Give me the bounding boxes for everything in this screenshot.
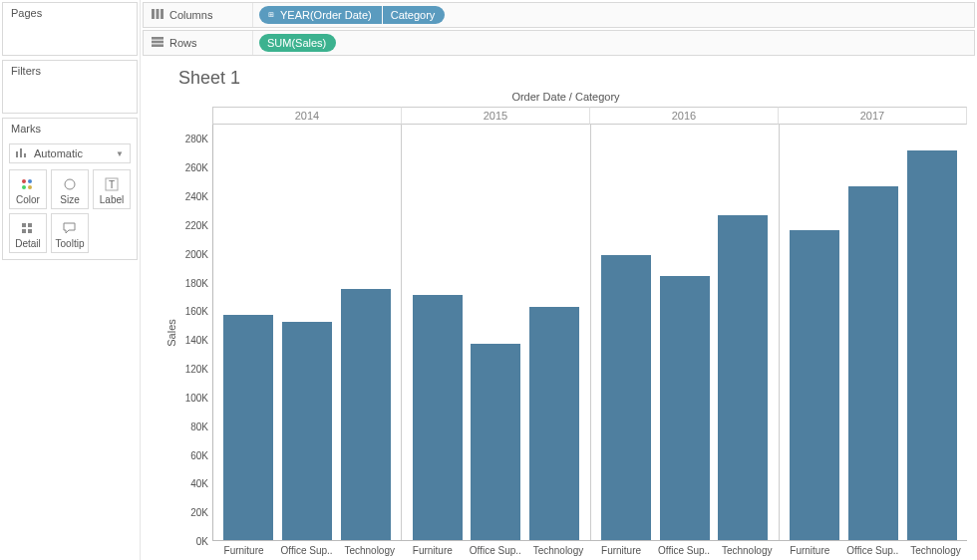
svg-rect-17	[152, 37, 163, 40]
size-circle-icon	[62, 176, 78, 192]
y-tick-label: 120K	[185, 364, 208, 375]
sum-sales-pill[interactable]: SUM(Sales)	[259, 34, 336, 52]
marks-type-select[interactable]: Automatic ▼	[9, 143, 131, 163]
filters-panel: Filters	[2, 60, 138, 114]
tooltip-btn[interactable]: Tooltip	[51, 213, 89, 253]
svg-point-4	[28, 179, 32, 183]
category-label[interactable]: Furniture	[590, 541, 653, 556]
bar[interactable]	[848, 186, 898, 540]
svg-rect-0	[16, 151, 18, 157]
mark-btn-label: Label	[100, 194, 124, 205]
marks-type-label: Automatic	[34, 147, 83, 159]
svg-rect-15	[157, 9, 160, 19]
svg-point-7	[65, 179, 75, 189]
y-tick-label: 200K	[185, 248, 208, 259]
label-btn[interactable]: TLabel	[93, 169, 131, 209]
color-dots-icon	[20, 176, 36, 192]
speech-icon	[62, 220, 78, 236]
y-tick-label: 160K	[185, 306, 208, 317]
y-tick-label: 180K	[185, 277, 208, 288]
category-label[interactable]: Office Sup..	[464, 541, 526, 556]
bar[interactable]	[790, 230, 839, 540]
category-label[interactable]: Technology	[338, 541, 401, 556]
svg-rect-11	[28, 223, 32, 227]
marks-panel-title: Marks	[3, 119, 137, 140]
size-btn[interactable]: Size	[51, 169, 89, 209]
y-tick-label: 240K	[185, 191, 208, 202]
pill-label: Category	[391, 9, 436, 21]
svg-rect-12	[22, 229, 26, 233]
main-area: Columns ⊞YEAR(Order Date)Category Rows S…	[140, 0, 977, 560]
category-pill[interactable]: Category	[383, 6, 446, 24]
chart-plot-area[interactable]	[212, 125, 967, 541]
y-tick-label: 220K	[185, 219, 208, 230]
category-label[interactable]: Furniture	[401, 541, 464, 556]
year-header[interactable]: 2014	[212, 107, 402, 125]
detail-grid-icon	[20, 220, 36, 236]
svg-rect-2	[24, 153, 26, 157]
category-label[interactable]: Office Sup..	[841, 541, 904, 556]
svg-point-6	[28, 185, 32, 189]
category-label[interactable]: Furniture	[212, 541, 275, 556]
bar[interactable]	[529, 307, 579, 540]
bar[interactable]	[471, 344, 520, 540]
text-t-icon: T	[104, 176, 120, 192]
bar[interactable]	[718, 215, 768, 540]
columns-shelf[interactable]: Columns ⊞YEAR(Order Date)Category	[143, 2, 975, 28]
rows-shelf-label: Rows	[169, 37, 197, 49]
y-axis-label: Sales	[164, 125, 178, 541]
bar[interactable]	[413, 295, 463, 540]
svg-point-3	[22, 179, 26, 183]
detail-btn[interactable]: Detail	[9, 213, 47, 253]
bar[interactable]	[223, 315, 273, 540]
pill-label: YEAR(Order Date)	[280, 9, 372, 21]
filters-panel-title: Filters	[3, 61, 137, 82]
year-orderdate-pill[interactable]: ⊞YEAR(Order Date)	[259, 6, 382, 24]
y-tick-label: 40K	[190, 478, 208, 489]
svg-text:T: T	[109, 179, 115, 190]
columns-icon	[152, 9, 163, 21]
svg-rect-16	[161, 9, 163, 19]
sheet-area: Sheet 1 Order Date / Category 2014201520…	[141, 58, 977, 560]
year-header[interactable]: 2017	[779, 107, 967, 125]
pill-label: SUM(Sales)	[267, 37, 326, 49]
svg-rect-18	[152, 41, 163, 44]
svg-rect-19	[152, 44, 163, 47]
y-tick-label: 140K	[185, 335, 208, 346]
category-label[interactable]: Technology	[526, 541, 589, 556]
category-label[interactable]: Office Sup..	[275, 541, 338, 556]
svg-rect-10	[22, 223, 26, 227]
pages-panel: Pages	[2, 2, 138, 56]
sheet-title[interactable]: Sheet 1	[151, 64, 967, 91]
category-label[interactable]: Office Sup..	[653, 541, 716, 556]
year-group	[402, 125, 590, 540]
y-tick-label: 260K	[185, 162, 208, 173]
color-btn[interactable]: Color	[9, 169, 47, 209]
y-tick-label: 60K	[190, 449, 208, 460]
pages-panel-title: Pages	[3, 3, 137, 24]
svg-rect-13	[28, 229, 32, 233]
left-sidebar: Pages Filters Marks Automatic ▼ ColorSiz…	[0, 0, 140, 560]
rows-icon	[152, 37, 163, 49]
category-label[interactable]: Technology	[716, 541, 779, 556]
rows-shelf[interactable]: Rows SUM(Sales)	[143, 30, 975, 56]
svg-rect-1	[20, 148, 22, 157]
svg-rect-14	[152, 9, 155, 19]
expand-icon: ⊞	[267, 11, 275, 19]
category-label[interactable]: Technology	[904, 541, 967, 556]
chevron-down-icon: ▼	[116, 149, 124, 158]
year-header[interactable]: 2015	[402, 107, 590, 125]
y-tick-label: 100K	[185, 392, 208, 403]
category-label[interactable]: Furniture	[779, 541, 841, 556]
y-tick-label: 20K	[190, 507, 208, 518]
bar[interactable]	[907, 150, 957, 540]
bar[interactable]	[660, 276, 710, 540]
year-group	[591, 125, 780, 540]
y-tick-label: 280K	[185, 134, 208, 144]
bar[interactable]	[282, 322, 332, 540]
columns-shelf-label: Columns	[169, 9, 212, 21]
mark-btn-label: Detail	[15, 238, 41, 249]
bar[interactable]	[341, 289, 391, 540]
year-header[interactable]: 2016	[590, 107, 779, 125]
bar[interactable]	[601, 255, 651, 540]
